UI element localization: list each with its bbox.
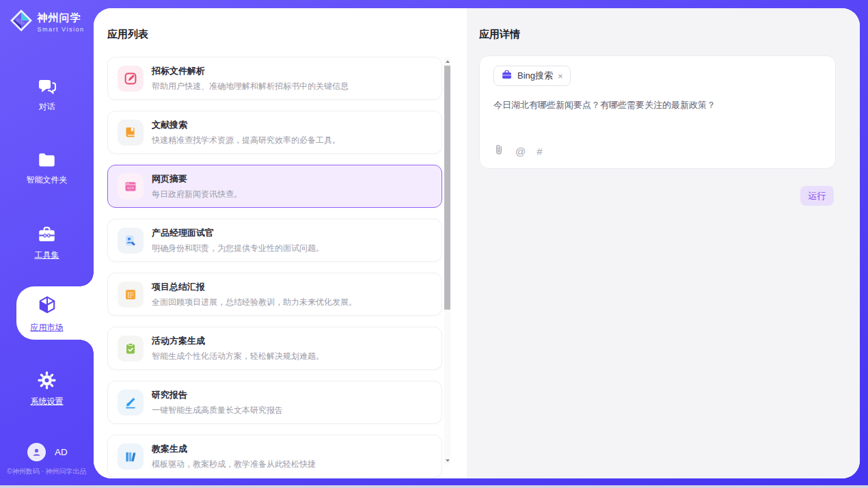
interviewer-icon — [118, 228, 144, 254]
svg-text:</>: </> — [127, 186, 135, 190]
books-icon — [118, 444, 144, 470]
app-desc: 帮助用户快速、准确地理解和解析招标书中的关键信息 — [152, 81, 349, 92]
app-detail-title: 应用详情 — [479, 28, 520, 41]
app-list-panel: 应用列表 招标文件解析 帮助用户快速、准确地理解和解析招标书中的关键信息 — [94, 8, 467, 478]
sidebar-item-label: 系统设置 — [31, 396, 64, 407]
tool-tag-close-icon[interactable]: × — [558, 72, 563, 81]
sidebar-item-label: 对话 — [39, 101, 55, 113]
app-card-literature-search[interactable]: 文献搜索 快速精准查找学术资源，提高研究效率的必备工具。 — [107, 111, 442, 154]
brand-subtitle: Smart Vision — [38, 26, 85, 33]
prompt-input[interactable]: 今日湖北有哪些新闻要点？有哪些需要关注的最新政策？ — [493, 98, 822, 112]
app-desc: 快速精准查找学术资源，提高研究效率的必备工具。 — [152, 135, 340, 146]
app-desc: 一键智能生成高质量长文本研究报告 — [152, 405, 283, 416]
app-name: 文献搜索 — [152, 119, 340, 131]
sidebar-item-label: 工具集 — [35, 249, 59, 261]
app-desc: 全面回顾项目进展，总结经验教训，助力未来优化发展。 — [152, 297, 357, 308]
app-card-lesson-plan[interactable]: 教案生成 模板驱动，教案秒成，教学准备从此轻松快捷 — [107, 435, 442, 478]
app-name: 项目总结汇报 — [152, 281, 357, 293]
app-card-list: 招标文件解析 帮助用户快速、准确地理解和解析招标书中的关键信息 文献搜索 快速精… — [107, 57, 442, 478]
scrollbar-thumb[interactable] — [444, 66, 450, 310]
brand-name: 神州问学 — [38, 12, 85, 25]
app-card-pm-interviewer[interactable]: 产品经理面试官 明确身份和职责，为您提供专业性的面试问题。 — [107, 219, 442, 262]
app-name: 网页摘要 — [152, 173, 242, 185]
app-desc: 模板驱动，教案秒成，教学准备从此轻松快捷 — [152, 459, 316, 470]
run-button[interactable]: 运行 — [800, 186, 834, 206]
sidebar-item-chat[interactable]: 对话 — [0, 77, 94, 113]
briefcase-icon — [501, 69, 513, 83]
app-card-project-summary[interactable]: 项目总结汇报 全面回顾项目进展，总结经验教训，助力未来优化发展。 — [107, 273, 442, 316]
screen-bottom-edge — [0, 485, 868, 488]
tool-tag-label: Bing搜索 — [517, 70, 553, 82]
sidebar-item-label: 智能文件夹 — [27, 174, 68, 186]
prompt-card: Bing搜索 × 今日湖北有哪些新闻要点？有哪些需要关注的最新政策？ @ # — [479, 55, 836, 169]
app-card-web-summary[interactable]: </> 网页摘要 每日政府新闻资讯快查。 — [107, 165, 442, 208]
app-desc: 明确身份和职责，为您提供专业性的面试问题。 — [152, 243, 324, 254]
app-name: 产品经理面试官 — [152, 227, 324, 239]
sidebar-item-smart-folder[interactable]: 智能文件夹 — [0, 152, 94, 186]
sidebar-item-label: 应用市场 — [31, 322, 64, 334]
sidebar: 神州问学 Smart Vision 对话 智能文件夹 — [0, 0, 94, 485]
app-card-bid-parsing[interactable]: 招标文件解析 帮助用户快速、准确地理解和解析招标书中的关键信息 — [107, 57, 442, 100]
ink-quill-icon — [118, 390, 144, 416]
chat-icon — [38, 77, 57, 98]
folder-icon — [38, 152, 56, 171]
gear-icon — [38, 371, 56, 392]
brand: 神州问学 Smart Vision — [0, 9, 94, 35]
tool-tag-bing-search[interactable]: Bing搜索 × — [493, 66, 571, 86]
attach-toolbar: @ # — [493, 144, 543, 159]
bubble-fillet-top — [80, 273, 94, 286]
list-scrollbar[interactable] — [444, 57, 450, 465]
scroll-down-arrow[interactable] — [444, 456, 450, 465]
book-icon — [118, 120, 144, 146]
user-account[interactable]: AD — [27, 443, 68, 461]
brand-logo-icon — [10, 9, 33, 35]
hashtag-icon[interactable]: # — [537, 146, 542, 157]
app-name: 研究报告 — [152, 389, 283, 401]
pen-square-icon — [118, 66, 144, 92]
app-name: 活动方案生成 — [152, 335, 324, 347]
browser-code-icon: </> — [118, 174, 144, 200]
app-list-title: 应用列表 — [107, 28, 148, 41]
copyright-text: ©神州数码 · 神州问学出品 — [0, 467, 94, 476]
avatar — [27, 443, 46, 461]
scroll-up-arrow[interactable] — [444, 57, 450, 66]
paperclip-icon[interactable] — [493, 144, 504, 159]
bubble-fillet-bottom — [80, 340, 94, 353]
app-card-event-plan[interactable]: 活动方案生成 智能生成个性化活动方案，轻松解决规划难题。 — [107, 327, 442, 370]
mention-icon[interactable]: @ — [515, 146, 526, 157]
app-card-research-report[interactable]: 研究报告 一键智能生成高质量长文本研究报告 — [107, 381, 442, 424]
user-name: AD — [55, 447, 68, 457]
note-icon — [118, 282, 144, 308]
sidebar-item-app-market[interactable]: 应用市场 — [0, 295, 94, 334]
sidebar-item-toolset[interactable]: 工具集 — [0, 226, 94, 261]
app-name: 教案生成 — [152, 443, 316, 455]
main-content: 应用列表 招标文件解析 帮助用户快速、准确地理解和解析招标书中的关键信息 — [94, 8, 860, 478]
app-desc: 智能生成个性化活动方案，轻松解决规划难题。 — [152, 351, 324, 362]
app-desc: 每日政府新闻资讯快查。 — [152, 189, 242, 200]
toolbox-icon — [38, 226, 56, 246]
sidebar-item-settings[interactable]: 系统设置 — [0, 371, 94, 407]
app-detail-panel: 应用详情 Bing搜索 × 今日湖北有哪些新闻要点？有哪些需要关注的最新政策？ — [467, 8, 860, 478]
clipboard-check-icon — [118, 336, 144, 362]
app-name: 招标文件解析 — [152, 65, 349, 77]
cube-icon — [38, 295, 57, 318]
